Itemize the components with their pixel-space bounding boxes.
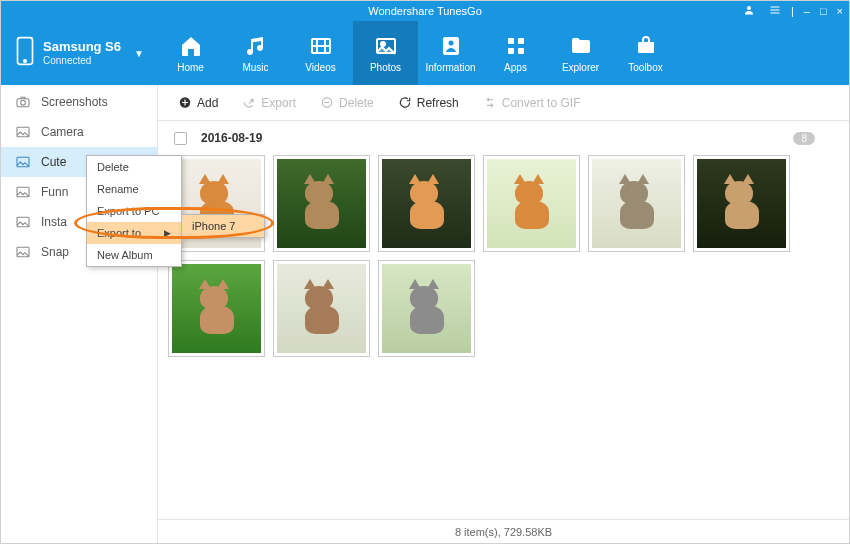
svg-point-11 bbox=[381, 42, 385, 46]
photo-outline-icon bbox=[15, 124, 31, 140]
device-status: Connected bbox=[43, 55, 121, 67]
svg-rect-3 bbox=[770, 13, 779, 14]
photo-outline-icon bbox=[15, 214, 31, 230]
chevron-down-icon: ▼ bbox=[134, 48, 144, 59]
ctx-rename[interactable]: Rename bbox=[87, 178, 181, 200]
action-toolbar: Add Export Delete Refresh Convert to GIF bbox=[158, 85, 849, 121]
photo-thumb[interactable] bbox=[588, 155, 685, 252]
ctx-label: Export to PC bbox=[97, 205, 159, 217]
maximize-button[interactable]: □ bbox=[820, 5, 827, 17]
ctx-label: Export to bbox=[97, 227, 141, 239]
gif-label: Convert to GIF bbox=[502, 96, 581, 110]
photo-thumb[interactable] bbox=[168, 260, 265, 357]
nav-home[interactable]: Home bbox=[158, 21, 223, 85]
export-label: Export bbox=[261, 96, 296, 110]
nav-videos[interactable]: Videos bbox=[288, 21, 353, 85]
nav-videos-label: Videos bbox=[305, 62, 335, 73]
sidebar-label: Camera bbox=[41, 125, 84, 139]
submenu-arrow-icon: ▶ bbox=[164, 228, 171, 238]
body: Screenshots Camera Cute Funn Insta Snap bbox=[1, 85, 849, 543]
header: Samsung S6 Connected ▼ Home Music Videos… bbox=[1, 21, 849, 85]
window-controls: | – □ × bbox=[743, 1, 843, 21]
nav-explorer[interactable]: Explorer bbox=[548, 21, 613, 85]
device-selector[interactable]: Samsung S6 Connected ▼ bbox=[1, 21, 158, 85]
svg-point-20 bbox=[21, 100, 26, 105]
photo-grid bbox=[158, 149, 849, 357]
export-icon bbox=[242, 96, 256, 110]
svg-rect-17 bbox=[518, 48, 524, 54]
ctx-export-pc[interactable]: Export to PC bbox=[87, 200, 181, 222]
ctx-export-to[interactable]: Export to ▶ bbox=[87, 222, 181, 244]
svg-point-0 bbox=[747, 6, 751, 10]
nav-home-label: Home bbox=[177, 62, 204, 73]
sidebar-label: Snap bbox=[41, 245, 69, 259]
minimize-button[interactable]: – bbox=[804, 5, 810, 17]
svg-rect-1 bbox=[770, 7, 779, 8]
photo-thumb[interactable] bbox=[378, 260, 475, 357]
sidebar-item-screenshots[interactable]: Screenshots bbox=[1, 87, 157, 117]
svg-point-5 bbox=[24, 60, 27, 63]
refresh-icon bbox=[398, 96, 412, 110]
context-submenu: iPhone 7 bbox=[181, 214, 265, 238]
camera-outline-icon bbox=[15, 94, 31, 110]
ctx-label: Rename bbox=[97, 183, 139, 195]
ctx-label: Delete bbox=[97, 161, 129, 173]
group-header: 2016-08-19 8 bbox=[158, 121, 849, 149]
ctx-label: New Album bbox=[97, 249, 153, 261]
sidebar-item-camera[interactable]: Camera bbox=[1, 117, 157, 147]
group-date: 2016-08-19 bbox=[201, 131, 262, 145]
nav-explorer-label: Explorer bbox=[562, 62, 599, 73]
svg-rect-16 bbox=[508, 48, 514, 54]
gif-button: Convert to GIF bbox=[473, 92, 591, 114]
delete-button: Delete bbox=[310, 92, 384, 114]
app-title: Wondershare TunesGo bbox=[368, 5, 482, 17]
nav-toolbox-label: Toolbox bbox=[628, 62, 662, 73]
nav-music[interactable]: Music bbox=[223, 21, 288, 85]
photo-outline-icon bbox=[15, 244, 31, 260]
user-icon[interactable] bbox=[743, 4, 755, 18]
svg-rect-14 bbox=[508, 38, 514, 44]
nav-tabs: Home Music Videos Photos Information App… bbox=[158, 21, 849, 85]
nav-information[interactable]: Information bbox=[418, 21, 483, 85]
add-button[interactable]: Add bbox=[168, 92, 228, 114]
ctx-delete[interactable]: Delete bbox=[87, 156, 181, 178]
svg-rect-12 bbox=[443, 37, 459, 55]
context-menu: Delete Rename Export to PC Export to ▶ N… bbox=[86, 155, 182, 267]
sidebar-label: Screenshots bbox=[41, 95, 108, 109]
nav-apps-label: Apps bbox=[504, 62, 527, 73]
sidebar-label: Funn bbox=[41, 185, 68, 199]
select-all-checkbox[interactable] bbox=[174, 132, 187, 145]
nav-information-label: Information bbox=[425, 62, 475, 73]
svg-point-13 bbox=[448, 40, 453, 45]
divider: | bbox=[791, 5, 794, 17]
sidebar-label: Cute bbox=[41, 155, 66, 169]
ctx-sub-iphone7[interactable]: iPhone 7 bbox=[182, 215, 264, 237]
menu-icon[interactable] bbox=[769, 4, 781, 18]
nav-apps[interactable]: Apps bbox=[483, 21, 548, 85]
svg-rect-18 bbox=[638, 42, 654, 53]
close-button[interactable]: × bbox=[837, 5, 843, 17]
nav-toolbox[interactable]: Toolbox bbox=[613, 21, 678, 85]
status-text: 8 item(s), 729.58KB bbox=[455, 526, 552, 538]
photo-thumb[interactable] bbox=[693, 155, 790, 252]
svg-rect-2 bbox=[770, 10, 779, 11]
phone-icon bbox=[15, 36, 35, 70]
sidebar: Screenshots Camera Cute Funn Insta Snap bbox=[1, 85, 158, 543]
delete-label: Delete bbox=[339, 96, 374, 110]
photo-thumb[interactable] bbox=[273, 155, 370, 252]
device-name: Samsung S6 bbox=[43, 39, 121, 55]
refresh-button[interactable]: Refresh bbox=[388, 92, 469, 114]
main-panel: Add Export Delete Refresh Convert to GIF bbox=[158, 85, 849, 543]
plus-circle-icon bbox=[178, 96, 192, 110]
device-text: Samsung S6 Connected bbox=[43, 39, 121, 67]
photo-thumb[interactable] bbox=[378, 155, 475, 252]
sidebar-label: Insta bbox=[41, 215, 67, 229]
ctx-new-album[interactable]: New Album bbox=[87, 244, 181, 266]
refresh-label: Refresh bbox=[417, 96, 459, 110]
photo-thumb[interactable] bbox=[483, 155, 580, 252]
nav-photos[interactable]: Photos bbox=[353, 21, 418, 85]
nav-photos-label: Photos bbox=[370, 62, 401, 73]
convert-icon bbox=[483, 96, 497, 110]
photo-thumb[interactable] bbox=[273, 260, 370, 357]
svg-rect-15 bbox=[518, 38, 524, 44]
